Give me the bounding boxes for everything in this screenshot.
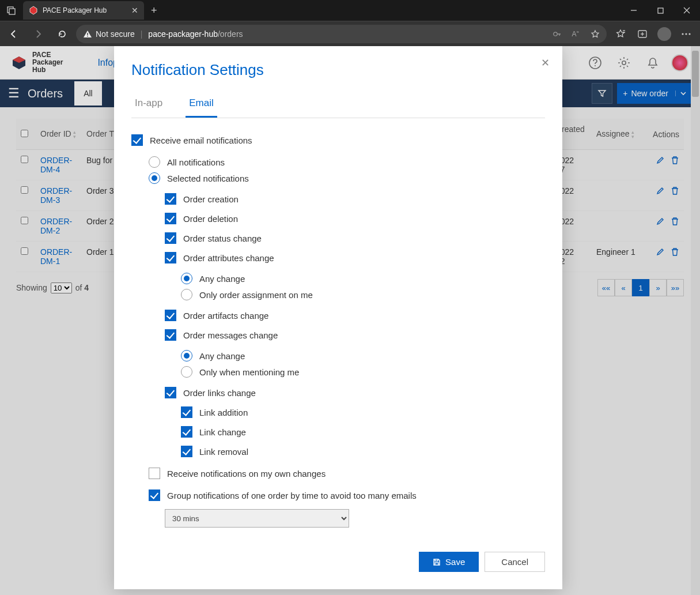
url-path: /orders — [218, 29, 243, 39]
more-icon[interactable] — [676, 24, 697, 44]
radio-selected-notifications[interactable] — [149, 172, 160, 184]
svg-point-16 — [682, 33, 683, 35]
modal-footer: Save Cancel — [131, 552, 545, 572]
label-own-changes: Receive notifications on my own changes — [167, 469, 326, 479]
svg-rect-1 — [9, 9, 15, 14]
label-order-deletion: Order deletion — [183, 214, 238, 224]
group-interval-select[interactable]: 30 mins — [165, 509, 349, 528]
settings-body: Receive email notifications All notifica… — [131, 118, 545, 530]
checkbox-group[interactable] — [149, 489, 160, 501]
svg-point-10 — [553, 32, 557, 35]
checkbox-link-change[interactable] — [181, 426, 192, 438]
svg-rect-4 — [658, 8, 663, 13]
profile-icon[interactable] — [654, 24, 675, 44]
label-order-artifacts: Order artifacts change — [183, 311, 268, 321]
svg-point-18 — [688, 33, 690, 35]
modal-tabs: In-app Email — [131, 92, 545, 118]
modal-close-button[interactable]: ✕ — [541, 57, 550, 69]
label-order-messages: Order messages change — [183, 330, 278, 340]
label-msg-any: Any change — [199, 351, 245, 361]
label-attr-any: Any change — [199, 274, 245, 284]
label-attr-assign-me: Only order assignment on me — [199, 290, 313, 300]
checkbox-order-creation[interactable] — [165, 193, 176, 205]
radio-all-notifications[interactable] — [149, 156, 160, 168]
tab-favicon — [29, 6, 38, 15]
label-order-links: Order links change — [183, 388, 256, 398]
new-tab-button[interactable]: + — [144, 5, 164, 17]
checkbox-order-attr[interactable] — [165, 252, 176, 263]
save-icon — [433, 558, 441, 566]
tab-email[interactable]: Email — [186, 92, 217, 118]
warning-icon — [83, 29, 92, 39]
label-order-attr: Order attributes change — [183, 253, 274, 263]
titlebar: PACE Packager Hub ✕ + — [0, 0, 700, 21]
label-all-notifications: All notifications — [167, 157, 225, 167]
label-order-status: Order status change — [183, 234, 262, 243]
app-viewport: PACEPackagerHub Infopulse ☰ Orders All +… — [0, 46, 700, 595]
address-bar: Not secure | pace-packager-hub/orders A» — [0, 21, 700, 46]
tab-inapp[interactable]: In-app — [131, 92, 166, 118]
checkbox-receive-email[interactable] — [131, 134, 143, 146]
minimize-button[interactable] — [620, 0, 647, 21]
checkbox-link-add[interactable] — [181, 406, 192, 418]
passwords-icon[interactable] — [553, 29, 562, 39]
checkbox-order-artifacts[interactable] — [165, 310, 176, 321]
label-link-remove: Link removal — [199, 447, 248, 457]
refresh-button[interactable] — [52, 24, 73, 44]
checkbox-link-remove[interactable] — [181, 446, 192, 457]
label-msg-mention: Only when mentioning me — [199, 367, 299, 377]
browser-chrome: PACE Packager Hub ✕ + Not secure | pace-… — [0, 0, 700, 46]
svg-rect-9 — [87, 36, 88, 36]
modal-title: Notification Settings — [131, 61, 545, 79]
svg-marker-2 — [30, 6, 37, 14]
svg-rect-8 — [87, 33, 88, 35]
save-label: Save — [445, 557, 465, 567]
tab-title: PACE Packager Hub — [43, 6, 127, 14]
collections-icon[interactable] — [632, 24, 653, 44]
radio-attr-any[interactable] — [181, 273, 192, 284]
forward-button[interactable] — [28, 24, 48, 44]
checkbox-order-links[interactable] — [165, 387, 176, 398]
url-input[interactable]: Not secure | pace-packager-hub/orders A» — [76, 25, 607, 43]
favorites-bar-icon[interactable] — [610, 24, 631, 44]
checkbox-order-deletion[interactable] — [165, 213, 176, 224]
label-link-change: Link change — [199, 427, 246, 437]
checkbox-order-status[interactable] — [165, 232, 176, 244]
label-selected-notifications: Selected notifications — [167, 174, 249, 183]
maximize-button[interactable] — [647, 0, 673, 21]
close-window-button[interactable] — [673, 0, 700, 21]
back-button[interactable] — [3, 24, 24, 44]
label-order-creation: Order creation — [183, 194, 239, 204]
window-controls — [620, 0, 700, 21]
checkbox-own-changes[interactable] — [149, 468, 160, 479]
label-link-add: Link addition — [199, 408, 248, 417]
tab-manager-button[interactable] — [0, 6, 23, 15]
label-receive-email: Receive email notifications — [150, 135, 252, 145]
tab-close-icon[interactable]: ✕ — [131, 6, 138, 15]
radio-attr-assign-me[interactable] — [181, 289, 192, 300]
checkbox-order-messages[interactable] — [165, 329, 176, 341]
svg-point-17 — [685, 33, 687, 35]
radio-msg-any[interactable] — [181, 350, 192, 361]
security-indicator[interactable]: Not secure — [83, 29, 135, 39]
url-separator: | — [141, 29, 143, 39]
radio-msg-mention[interactable] — [181, 366, 192, 378]
reader-icon[interactable]: A» — [572, 29, 579, 38]
browser-tab[interactable]: PACE Packager Hub ✕ — [23, 1, 144, 20]
save-button[interactable]: Save — [419, 552, 479, 572]
cancel-label: Cancel — [501, 557, 528, 567]
security-label: Not secure — [96, 29, 135, 39]
notification-settings-modal: Notification Settings ✕ In-app Email Rec… — [114, 46, 562, 589]
cancel-button[interactable]: Cancel — [485, 552, 545, 572]
favorite-icon[interactable] — [591, 29, 600, 39]
label-group: Group notifications of one order by time… — [167, 491, 417, 500]
url-host: pace-packager-hub — [148, 29, 218, 39]
